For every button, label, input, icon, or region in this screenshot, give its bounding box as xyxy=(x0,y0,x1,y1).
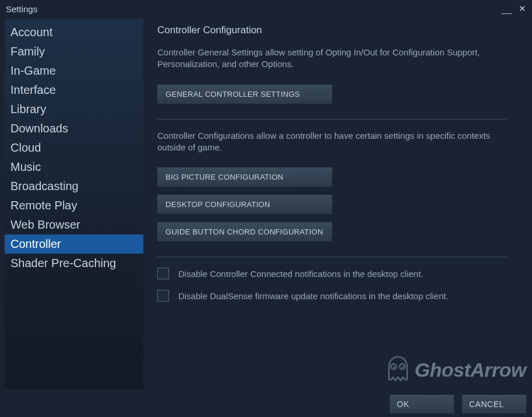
divider xyxy=(157,257,507,257)
sidebar-item-in-game[interactable]: In-Game xyxy=(5,61,143,80)
sidebar-item-shader-pre-caching[interactable]: Shader Pre-Caching xyxy=(5,254,143,273)
ok-button[interactable]: OK xyxy=(390,395,454,414)
checkbox-row-disable-connected: Disable Controller Connected notificatio… xyxy=(157,268,515,279)
guide-button-chord-configuration-button[interactable]: GUIDE BUTTON CHORD CONFIGURATION xyxy=(157,222,332,241)
checkbox-disable-connected[interactable] xyxy=(157,268,169,279)
sidebar: AccountFamilyIn-GameInterfaceLibraryDown… xyxy=(5,19,143,389)
sidebar-item-library[interactable]: Library xyxy=(5,100,143,119)
general-controller-settings-button[interactable]: GENERAL CONTROLLER SETTINGS xyxy=(157,85,332,104)
checkbox-label: Disable Controller Connected notificatio… xyxy=(178,269,423,279)
main-area: AccountFamilyIn-GameInterfaceLibraryDown… xyxy=(0,17,532,391)
sidebar-item-account[interactable]: Account xyxy=(5,23,143,42)
minimize-icon[interactable]: __ xyxy=(502,4,512,14)
cancel-button[interactable]: CANCEL xyxy=(462,395,526,414)
big-picture-configuration-button[interactable]: BIG PICTURE CONFIGURATION xyxy=(157,167,332,187)
sidebar-item-web-browser[interactable]: Web Browser xyxy=(5,215,143,234)
sidebar-item-downloads[interactable]: Downloads xyxy=(5,119,143,138)
checkbox-label: Disable DualSense firmware update notifi… xyxy=(178,291,449,301)
footer: OK CANCEL xyxy=(0,391,532,417)
close-icon[interactable]: ✕ xyxy=(519,3,526,14)
content-panel: Controller Configuration Controller Gene… xyxy=(143,17,532,391)
configurations-desc: Controller Configurations allow a contro… xyxy=(157,130,507,154)
window-title: Settings xyxy=(6,4,37,14)
sidebar-item-cloud[interactable]: Cloud xyxy=(5,138,143,157)
sidebar-item-remote-play[interactable]: Remote Play xyxy=(5,196,143,215)
sidebar-item-broadcasting[interactable]: Broadcasting xyxy=(5,177,143,196)
sidebar-item-family[interactable]: Family xyxy=(5,42,143,61)
checkbox-disable-dualsense[interactable] xyxy=(157,290,169,302)
divider xyxy=(157,119,507,120)
sidebar-item-music[interactable]: Music xyxy=(5,157,143,177)
sidebar-item-controller[interactable]: Controller xyxy=(5,234,143,254)
titlebar: Settings __ ✕ xyxy=(0,0,532,17)
sidebar-item-interface[interactable]: Interface xyxy=(5,80,143,100)
page-title: Controller Configuration xyxy=(157,24,515,36)
checkbox-row-disable-dualsense: Disable DualSense firmware update notifi… xyxy=(157,290,515,302)
window-controls: __ ✕ xyxy=(502,3,526,14)
desktop-configuration-button[interactable]: DESKTOP CONFIGURATION xyxy=(157,195,332,214)
general-settings-desc: Controller General Settings allow settin… xyxy=(157,47,507,71)
